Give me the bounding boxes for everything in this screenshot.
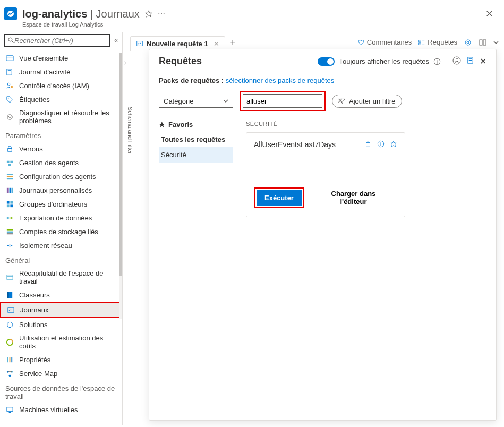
heart-icon bbox=[357, 39, 365, 46]
add-tab-button[interactable]: + bbox=[225, 38, 241, 47]
github-icon[interactable] bbox=[452, 56, 461, 66]
sidebar-item-locks[interactable]: Verrous bbox=[0, 142, 122, 156]
svg-point-10 bbox=[7, 97, 8, 98]
all-queries-item[interactable]: Toutes les requêtes bbox=[159, 132, 233, 147]
sidebar-item-agentconf[interactable]: Configuration des agents bbox=[0, 169, 122, 183]
collapse-schema-icon[interactable]: 〉 bbox=[124, 59, 129, 67]
sidebar-section-general: Général bbox=[0, 252, 122, 267]
svg-rect-12 bbox=[7, 148, 12, 151]
sidebar-item-workbooks[interactable]: Classeurs bbox=[0, 288, 122, 302]
close-blade-button[interactable]: ✕ bbox=[481, 6, 498, 22]
queries-modal: Requêtes Toujours afficher les requêtes … bbox=[149, 49, 497, 421]
network-icon bbox=[5, 241, 14, 250]
select-packs-link[interactable]: sélectionner des packs de requêtes bbox=[226, 76, 335, 84]
delete-query-icon[interactable] bbox=[364, 140, 372, 148]
svg-rect-46 bbox=[137, 41, 143, 46]
usage-icon bbox=[5, 338, 14, 346]
svg-rect-13 bbox=[6, 160, 9, 163]
panel-icon[interactable] bbox=[479, 38, 487, 47]
sidebar-item-groups[interactable]: Groupes d'ordinateurs bbox=[0, 197, 122, 211]
queries-label: Requêtes bbox=[428, 38, 457, 46]
sidebar-item-tags[interactable]: Étiquettes bbox=[0, 92, 122, 106]
sidebar-item-properties[interactable]: Propriétés bbox=[0, 353, 122, 366]
sidebar-item-label: Isolement réseau bbox=[19, 242, 72, 250]
diagnose-icon bbox=[5, 113, 14, 121]
svg-point-1 bbox=[8, 38, 12, 41]
sidebar-item-network[interactable]: Isolement réseau bbox=[0, 238, 122, 252]
settings-icon[interactable] bbox=[464, 38, 472, 47]
svg-rect-26 bbox=[6, 217, 8, 219]
query-search-input[interactable] bbox=[246, 97, 336, 105]
favorite-query-icon[interactable] bbox=[390, 140, 397, 148]
execute-button[interactable]: Exécuter bbox=[257, 190, 302, 206]
sidebar-item-customlogs[interactable]: Journaux personnalisés bbox=[0, 183, 122, 197]
sidebar-item-agents[interactable]: Gestion des agents bbox=[0, 156, 122, 169]
sidebar-item-logs[interactable]: Journaux bbox=[0, 302, 122, 318]
sidebar-item-diagnose[interactable]: Diagnostiquer et résoudre les problèmes bbox=[0, 106, 122, 127]
sidebar-item-label: Récapitulatif de l'espace de travail bbox=[19, 269, 118, 285]
svg-rect-15 bbox=[8, 164, 11, 166]
info-query-icon[interactable]: i bbox=[377, 140, 385, 148]
category-select[interactable]: Catégorie bbox=[159, 95, 233, 108]
document-icon[interactable] bbox=[466, 56, 474, 66]
always-show-toggle[interactable] bbox=[318, 57, 335, 66]
sidebar-item-label: Propriétés bbox=[19, 356, 50, 364]
sidebar-item-label: Journaux personnalisés bbox=[19, 186, 92, 194]
sidebar-section-params: Paramètres bbox=[0, 127, 122, 142]
always-show-label: Toujours afficher les requêtes bbox=[339, 57, 429, 65]
svg-rect-29 bbox=[6, 233, 12, 234]
sidebar-item-activity[interactable]: Journal d'activité bbox=[0, 65, 122, 79]
sidebar-item-iam[interactable]: Contrôle d'accès (IAM) bbox=[0, 79, 122, 92]
svg-rect-47 bbox=[419, 40, 421, 42]
workspace-icon bbox=[4, 7, 17, 20]
svg-rect-23 bbox=[10, 201, 13, 203]
sidebar-search-input[interactable] bbox=[14, 37, 106, 45]
export-icon bbox=[5, 214, 14, 222]
sidebar-item-label: Groupes d'ordinateurs bbox=[19, 200, 87, 208]
add-filter-button[interactable]: + Ajouter un filtre bbox=[332, 95, 402, 108]
storage-icon bbox=[5, 227, 14, 236]
comments-button[interactable]: Commentaires bbox=[357, 38, 412, 46]
queries-button[interactable]: Requêtes bbox=[418, 38, 457, 46]
sidebar-item-export[interactable]: Exportation de données bbox=[0, 211, 122, 225]
search-highlight: × bbox=[240, 91, 326, 111]
sidebar-item-label: Exportation de données bbox=[19, 214, 92, 222]
sidebar-item-usage[interactable]: Utilisation et estimation des coûts bbox=[0, 331, 122, 353]
favorites-label: Favoris bbox=[168, 121, 193, 129]
svg-point-52 bbox=[467, 41, 469, 44]
packs-label: Packs de requêtes : bbox=[159, 76, 224, 84]
solutions-icon bbox=[5, 320, 14, 329]
sidebar-item-storage[interactable]: Comptes de stockage liés bbox=[0, 225, 122, 238]
load-editor-button[interactable]: Charger dans l'éditeur bbox=[310, 186, 397, 209]
sidebar-item-servicemap[interactable]: Service Map bbox=[0, 366, 122, 380]
more-icon[interactable]: ⋯ bbox=[158, 10, 166, 18]
svg-point-57 bbox=[453, 57, 460, 64]
chevron-down-icon[interactable] bbox=[493, 40, 499, 45]
sidebar-item-summary[interactable]: Récapitulatif de l'espace de travail bbox=[0, 267, 122, 288]
close-tab-icon[interactable]: ✕ bbox=[213, 40, 219, 48]
svg-rect-27 bbox=[6, 229, 12, 230]
svg-rect-22 bbox=[6, 201, 9, 203]
sidebar-search[interactable] bbox=[4, 34, 110, 47]
sidebar-item-vms[interactable]: Machines virtuelles bbox=[0, 403, 122, 416]
svg-point-51 bbox=[465, 40, 471, 45]
workspace-title: log-analytics bbox=[22, 8, 87, 20]
info-icon[interactable]: i bbox=[433, 58, 441, 65]
query-search[interactable]: × bbox=[243, 94, 322, 108]
favorites-item[interactable]: ★ Favoris bbox=[159, 117, 233, 132]
category-security-item[interactable]: Sécurité bbox=[159, 147, 233, 163]
schema-filter-tab[interactable]: Schema and Filter bbox=[125, 99, 135, 163]
iam-icon bbox=[5, 81, 14, 90]
svg-rect-25 bbox=[10, 204, 13, 207]
svg-rect-64 bbox=[366, 142, 370, 147]
sidebar-item-label: Classeurs bbox=[19, 291, 50, 299]
tags-icon bbox=[5, 95, 14, 104]
servicemap-icon bbox=[5, 369, 14, 378]
svg-rect-20 bbox=[9, 187, 11, 192]
modal-close-button[interactable]: ✕ bbox=[480, 56, 486, 66]
sidebar-item-overview[interactable]: Vue d'ensemble bbox=[0, 51, 122, 65]
pin-icon[interactable] bbox=[145, 10, 152, 18]
sidebar-item-solutions[interactable]: Solutions bbox=[0, 318, 122, 331]
sidebar-item-label: Solutions bbox=[19, 321, 47, 329]
collapse-sidebar-icon[interactable]: « bbox=[114, 37, 118, 44]
